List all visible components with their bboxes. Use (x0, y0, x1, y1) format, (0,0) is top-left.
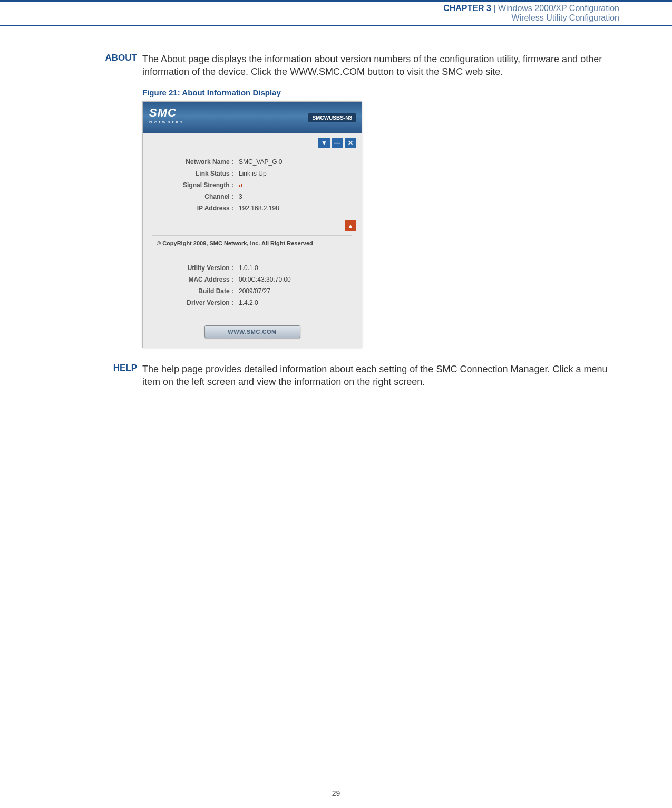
label-network-name: Network Name : (154, 158, 239, 166)
label-signal-strength: Signal Strength : (154, 181, 239, 189)
window-controls: ▼ — ✕ (143, 133, 362, 148)
page-header: CHAPTER 3 | Windows 2000/XP Configuratio… (0, 0, 672, 26)
header-separator: | (491, 4, 498, 13)
logo-text: SMC (149, 106, 183, 120)
app-header-bar: SMC N e t w o r k s SMCWUSBS-N3 (143, 102, 362, 133)
row-mac-address: MAC Address : 00:0C:43:30:70:00 (154, 274, 350, 285)
row-link-status: Link Status : Link is Up (154, 168, 350, 179)
value-utility-version: 1.0.1.0 (239, 264, 258, 272)
about-heading: ABOUT (53, 53, 142, 79)
smc-logo: SMC N e t w o r k s (149, 106, 183, 124)
chapter-title: Windows 2000/XP Configuration (498, 4, 619, 13)
section-title: Wireless Utility Configuration (511, 13, 619, 22)
close-icon[interactable]: ✕ (345, 138, 356, 148)
label-ip-address: IP Address : (154, 205, 239, 212)
signal-bars-icon (239, 184, 242, 187)
www-smc-com-button[interactable]: WWW.SMC.COM (204, 325, 300, 338)
model-badge: SMCWUSBS-N3 (308, 113, 356, 122)
row-ip-address: IP Address : 192.168.2.198 (154, 203, 350, 214)
value-mac-address: 00:0C:43:30:70:00 (239, 276, 291, 283)
about-body-text: The About page displays the information … (142, 53, 619, 79)
label-channel: Channel : (154, 193, 239, 200)
label-driver-version: Driver Version : (154, 299, 239, 306)
row-driver-version: Driver Version : 1.4.2.0 (154, 297, 350, 309)
value-driver-version: 1.4.2.0 (239, 299, 258, 306)
about-dialog-screenshot: SMC N e t w o r k s SMCWUSBS-N3 ▼ — ✕ Ne… (142, 101, 362, 348)
row-network-name: Network Name : SMC_VAP_G 0 (154, 156, 350, 168)
version-info-block: Utility Version : 1.0.1.0 MAC Address : … (143, 254, 362, 314)
row-build-date: Build Date : 2009/07/27 (154, 285, 350, 297)
dropdown-icon[interactable]: ▼ (318, 138, 330, 148)
chapter-label: CHAPTER 3 (443, 4, 491, 13)
value-network-name: SMC_VAP_G 0 (239, 158, 282, 166)
logo-subtext: N e t w o r k s (149, 120, 183, 124)
value-build-date: 2009/07/27 (239, 287, 270, 295)
row-utility-version: Utility Version : 1.0.1.0 (154, 262, 350, 274)
label-build-date: Build Date : (154, 287, 239, 295)
minimize-icon[interactable]: — (332, 138, 343, 148)
row-signal-strength: Signal Strength : (154, 179, 350, 191)
label-link-status: Link Status : (154, 170, 239, 177)
copyright-text: © CopyRight 2009, SMC Network, Inc. All … (152, 235, 352, 251)
value-channel: 3 (239, 193, 242, 200)
figure-caption: Figure 21: About Information Display (142, 88, 619, 97)
value-ip-address: 192.168.2.198 (239, 205, 279, 212)
help-heading: HELP (53, 363, 142, 389)
row-channel: Channel : 3 (154, 191, 350, 203)
label-utility-version: Utility Version : (154, 264, 239, 272)
label-mac-address: MAC Address : (154, 276, 239, 283)
collapse-up-icon[interactable]: ▲ (345, 220, 356, 231)
help-body-text: The help page provides detailed informat… (142, 363, 619, 389)
value-signal-strength (239, 181, 242, 189)
status-info-block: Network Name : SMC_VAP_G 0 Link Status :… (143, 148, 362, 219)
value-link-status: Link is Up (239, 170, 267, 177)
